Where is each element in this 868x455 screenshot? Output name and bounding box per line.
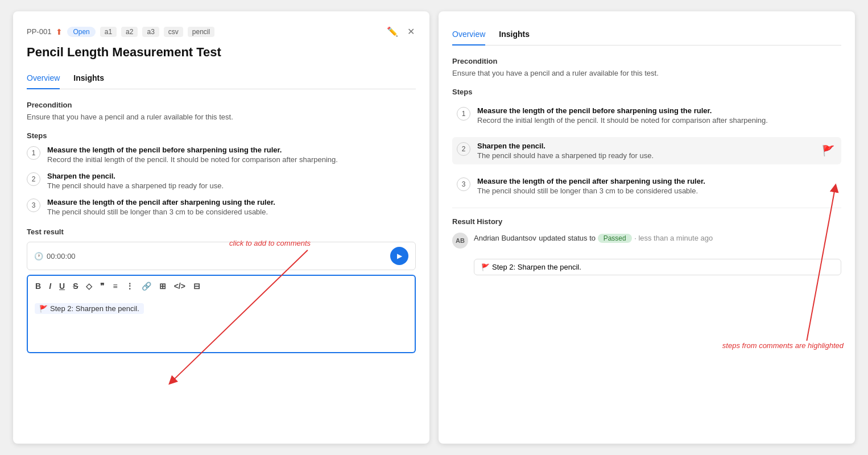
- code-button[interactable]: </>: [172, 280, 187, 292]
- steps-label-right: Steps: [452, 88, 841, 96]
- close-button[interactable]: ✕: [406, 25, 416, 38]
- clear-format-button[interactable]: ◇: [84, 280, 94, 292]
- step-content-right-3: Measure the length of the pencil after s…: [477, 177, 705, 195]
- right-panel: Overview Insights Precondition Ensure th…: [439, 11, 855, 444]
- history-time: · less than a minute ago: [634, 234, 713, 242]
- step-number-right-2: 2: [457, 142, 470, 156]
- history-author: Andrian Budantsov: [474, 234, 536, 242]
- step-desc-right-2: The pencil should have a sharpened tip r…: [477, 151, 654, 160]
- step-content-3: Measure the length of the pencil after s…: [47, 198, 275, 216]
- ordered-list-button[interactable]: ⋮: [124, 280, 135, 292]
- history-comment: 🚩 Step 2: Sharpen the pencil.: [474, 259, 841, 275]
- history-action: updated status to: [539, 234, 597, 242]
- annotation-text-right: steps from comments are highlighted: [722, 341, 844, 350]
- step-number-2: 2: [27, 172, 40, 186]
- left-panel: PP-001 ⬆ Open a1 a2 a3 csv pencil ✏️ ✕ P…: [13, 11, 429, 444]
- panel-header: PP-001 ⬆ Open a1 a2 a3 csv pencil ✏️ ✕: [27, 25, 416, 38]
- comment-text: Step 2: Sharpen the pencil.: [50, 304, 139, 313]
- play-button[interactable]: ▶: [390, 247, 408, 265]
- tab-insights-right[interactable]: Insights: [499, 25, 530, 46]
- tag-a1: a1: [100, 27, 117, 37]
- flag-icon: 🚩: [39, 305, 48, 313]
- tabs-right: Overview Insights: [452, 25, 841, 46]
- clock-icon: 🕐: [34, 252, 43, 260]
- underline-button[interactable]: U: [57, 280, 67, 292]
- step-title-right-1: Measure the length of the pencil before …: [477, 106, 768, 115]
- italic-button[interactable]: I: [47, 280, 53, 292]
- step-content-right-2: Sharpen the pencil. The pencil should ha…: [477, 142, 654, 160]
- precondition-label: Precondition: [27, 101, 416, 109]
- history-row-1: AB Andrian Budantsov updated status to P…: [452, 233, 841, 249]
- blockquote-button[interactable]: ❞: [98, 280, 106, 292]
- table-button[interactable]: ⊟: [192, 280, 202, 292]
- history-comment-text: Step 2: Sharpen the pencil.: [492, 263, 581, 271]
- link-button[interactable]: 🔗: [140, 280, 153, 292]
- tag-a3: a3: [142, 27, 159, 37]
- comment-flag: 🚩 Step 2: Sharpen the pencil.: [35, 303, 144, 314]
- edit-button[interactable]: ✏️: [386, 25, 399, 38]
- ticket-id: PP-001: [27, 27, 51, 36]
- step-desc-3: The pencil should still be longer than 3…: [47, 208, 275, 216]
- tab-insights-left[interactable]: Insights: [73, 69, 104, 89]
- step-number-3: 3: [27, 198, 40, 212]
- step-desc-right-1: Record the initial length of the pencil.…: [477, 116, 768, 125]
- precondition-label-right: Precondition: [452, 57, 841, 65]
- steps-label: Steps: [27, 131, 416, 140]
- step-title-1: Measure the length of the pencil before …: [47, 146, 338, 154]
- step-desc-1: Record the initial length of the pencil.…: [47, 155, 338, 164]
- step-desc-right-3: The pencil should still be longer than 3…: [477, 187, 705, 195]
- timer-display: 🕐 00:00:00: [34, 252, 76, 260]
- step-number-right-1: 1: [457, 107, 470, 121]
- step-right-2: 2 Sharpen the pencil. The pencil should …: [452, 137, 841, 164]
- test-result-label: Test result: [27, 228, 416, 236]
- step-number-right-3: 3: [457, 177, 470, 191]
- passed-badge: Passed: [598, 234, 632, 243]
- step-right-3: 3 Measure the length of the pencil after…: [452, 172, 841, 200]
- step-title-2: Sharpen the pencil.: [47, 172, 224, 180]
- step-right-1: 1 Measure the length of the pencil befor…: [452, 102, 841, 129]
- step-title-right-3: Measure the length of the pencil after s…: [477, 177, 705, 185]
- step-flag-icon: 🚩: [822, 144, 834, 157]
- step-2: 2 Sharpen the pencil. The pencil should …: [27, 172, 416, 190]
- editor-toolbar: B I U S ◇ ❞ ≡ ⋮ 🔗 ⊞ </> ⊟: [27, 275, 416, 296]
- history-text: Andrian Budantsov updated status to Pass…: [474, 233, 713, 243]
- timer-bar: 🕐 00:00:00 ▶: [27, 242, 416, 270]
- step-3: 3 Measure the length of the pencil after…: [27, 198, 416, 216]
- editor-body[interactable]: 🚩 Step 2: Sharpen the pencil.: [27, 296, 416, 353]
- result-history-label: Result History: [452, 208, 841, 226]
- tag-csv: csv: [164, 27, 183, 37]
- page-title: Pencil Length Measurement Test: [27, 45, 416, 60]
- avatar-ab: AB: [452, 233, 468, 249]
- precondition-text-right: Ensure that you have a pencil and a rule…: [452, 69, 841, 77]
- precondition-text: Ensure that you have a pencil and a rule…: [27, 113, 416, 121]
- header-actions: ✏️ ✕: [386, 25, 416, 38]
- tab-overview-left[interactable]: Overview: [27, 69, 60, 89]
- step-content-1: Measure the length of the pencil before …: [47, 146, 338, 164]
- tabs-left: Overview Insights: [27, 69, 416, 89]
- bold-button[interactable]: B: [34, 280, 43, 292]
- comment-flag-icon: 🚩: [481, 263, 490, 271]
- priority-icon: ⬆: [56, 27, 63, 36]
- tab-overview-right[interactable]: Overview: [452, 25, 485, 46]
- tag-pencil: pencil: [188, 27, 214, 37]
- timer-value: 00:00:00: [47, 252, 76, 260]
- status-badge[interactable]: Open: [67, 27, 95, 37]
- strikethrough-button[interactable]: S: [71, 280, 80, 292]
- image-button[interactable]: ⊞: [158, 280, 168, 292]
- step-content-right-1: Measure the length of the pencil before …: [477, 106, 768, 125]
- step-desc-2: The pencil should have a sharpened tip r…: [47, 181, 224, 190]
- app-container: PP-001 ⬆ Open a1 a2 a3 csv pencil ✏️ ✕ P…: [13, 11, 855, 444]
- bullet-list-button[interactable]: ≡: [111, 280, 119, 292]
- step-number-1: 1: [27, 146, 40, 160]
- step-content-2: Sharpen the pencil. The pencil should ha…: [47, 172, 224, 190]
- tag-a2: a2: [121, 27, 138, 37]
- step-title-right-2: Sharpen the pencil.: [477, 142, 654, 150]
- step-title-3: Measure the length of the pencil after s…: [47, 198, 275, 206]
- step-1: 1 Measure the length of the pencil befor…: [27, 146, 416, 164]
